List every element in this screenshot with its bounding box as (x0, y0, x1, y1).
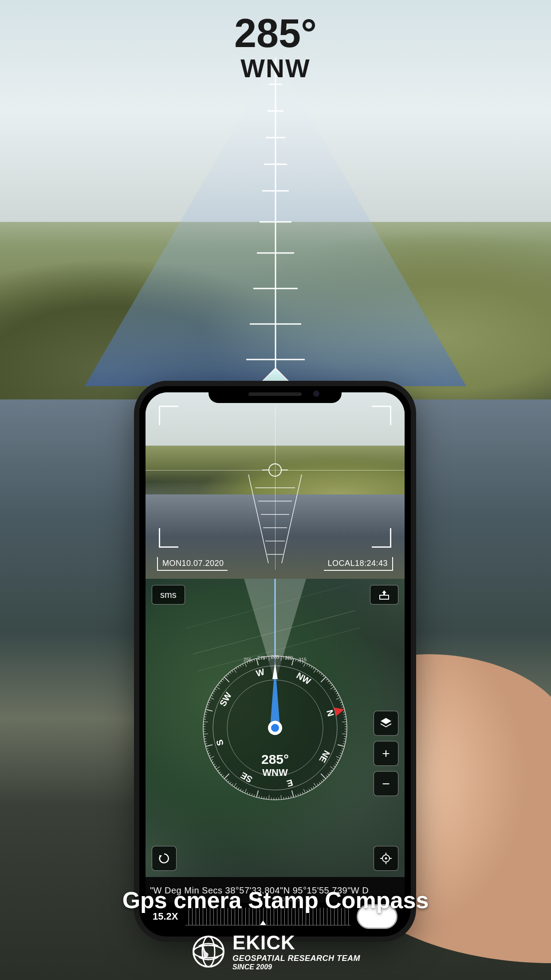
svg-marker-225 (381, 718, 391, 724)
svg-text:315: 315 (299, 657, 307, 662)
brand-line2: SINCE 2009 (232, 963, 360, 971)
sms-button[interactable]: sms (152, 585, 185, 605)
svg-line-38 (344, 736, 346, 737)
focus-frame (159, 406, 391, 548)
app-caption: Gps cmera Stamp Compass (0, 887, 551, 913)
share-icon (378, 589, 390, 600)
share-button[interactable] (370, 585, 398, 605)
brand-logo: EKICK GEOSPATIAL RESEARCH TEAM SINCE 200… (191, 932, 360, 971)
locate-button[interactable] (374, 846, 398, 871)
brand-name: EKICK (232, 932, 360, 954)
time-stamp: LOCAL18:24:43 (324, 557, 393, 571)
svg-rect-21 (380, 595, 389, 599)
globe-icon (191, 934, 226, 969)
heading-overlay: 285° WNW (0, 13, 551, 83)
phone-notch (209, 386, 342, 403)
refresh-icon (157, 852, 171, 865)
crosshair-icon (379, 852, 393, 865)
layers-button[interactable] (374, 711, 398, 736)
svg-point-228 (385, 858, 387, 860)
heading-degrees: 285° (0, 13, 551, 53)
svg-line-128 (204, 719, 206, 719)
svg-line-76 (283, 797, 284, 799)
zoom-in-button[interactable]: + (374, 741, 398, 766)
compass-rose[interactable]: N NE E SE S SW W NW (200, 652, 350, 803)
compass-readout: 285° WNW (261, 752, 289, 778)
map-view[interactable]: sms (146, 579, 405, 877)
brand-line1: GEOSPATIAL RESEARCH TEAM (232, 954, 360, 963)
svg-text:255: 255 (244, 657, 252, 662)
svg-point-234 (193, 945, 224, 958)
layers-icon (379, 717, 393, 730)
svg-point-219 (271, 724, 279, 732)
refresh-button[interactable] (152, 846, 177, 871)
heading-direction: WNW (0, 53, 551, 83)
svg-line-31 (344, 719, 346, 719)
zoom-out-button[interactable]: − (374, 771, 398, 796)
svg-text:270: 270 (257, 655, 265, 660)
svg-line-173 (283, 656, 284, 659)
svg-line-166 (266, 656, 267, 659)
svg-point-233 (193, 937, 224, 967)
svg-text:300: 300 (285, 655, 293, 660)
svg-line-121 (204, 736, 206, 737)
svg-text:285: 285 (271, 654, 279, 660)
svg-line-83 (266, 797, 267, 799)
camera-viewfinder[interactable]: MON10.07.2020 LOCAL18:24:43 (146, 392, 405, 579)
zoom-pointer-icon (260, 921, 267, 925)
date-stamp: MON10.07.2020 (157, 557, 228, 571)
phone-screen: MON10.07.2020 LOCAL18:24:43 sms (146, 392, 405, 930)
phone-frame: MON10.07.2020 LOCAL18:24:43 sms (139, 386, 411, 937)
